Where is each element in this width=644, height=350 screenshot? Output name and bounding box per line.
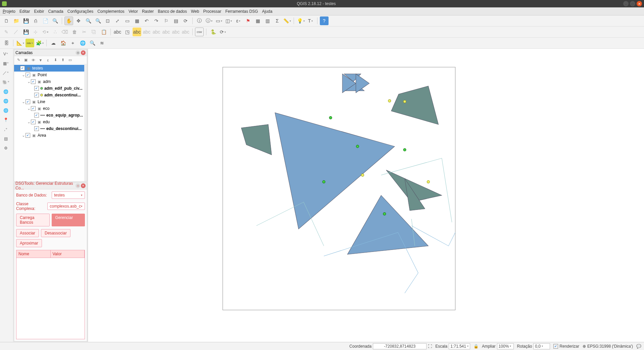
zoom-last-button[interactable]: ↶ xyxy=(142,16,151,25)
tree-group-area[interactable]: ⌄▣ Area xyxy=(14,132,84,139)
osm-download-button[interactable]: ☁ xyxy=(49,39,58,47)
dsg-approx-button[interactable]: Aproximar xyxy=(16,239,42,247)
zoom-world-button[interactable]: 🔍 xyxy=(88,39,97,47)
csw-button[interactable]: csw xyxy=(195,28,204,36)
window-minimize-button[interactable]: ⌄ xyxy=(623,1,629,6)
status-messages-icon[interactable]: 💬 xyxy=(636,344,641,349)
label-pin-button[interactable]: abc xyxy=(142,28,151,36)
dsg-mil-dropdown[interactable]: mlv xyxy=(26,39,34,47)
edit-toggle-button[interactable]: ✎ xyxy=(2,28,11,36)
dsg-load-button[interactable]: Carrega Bancos xyxy=(16,214,50,226)
delete-button[interactable]: 🗑 xyxy=(70,28,79,36)
tree-layer-adm-desc[interactable]: adm_descontinui... xyxy=(14,92,84,98)
menu-projeto[interactable]: PProjetorojeto xyxy=(3,9,15,14)
save-edits-button[interactable]: 💾 xyxy=(21,28,30,36)
identify-button[interactable]: ⓘ xyxy=(195,16,204,25)
tree-group-adm[interactable]: ⌄▣ adm xyxy=(14,78,84,85)
layers-panel-close-button[interactable]: ✕ xyxy=(81,50,86,55)
cut-button[interactable]: ✂ xyxy=(80,28,89,36)
dsg-col-nome[interactable]: Nome xyxy=(16,250,51,258)
status-rotation-input[interactable]: 0,0 xyxy=(533,343,550,349)
red-flag-button[interactable]: ⚑ xyxy=(244,16,252,25)
show-bookmarks-button[interactable]: ▤ xyxy=(171,16,180,25)
menu-ferramentasdsg[interactable]: Ferramentas DSG xyxy=(226,9,258,14)
layer-expand-button[interactable]: ⬇ xyxy=(52,57,58,63)
dsg-panel-close-button[interactable]: ✕ xyxy=(81,183,86,188)
layers-tree[interactable]: ⌄▣ testes ⌄▣ Point ⌄▣ adm adm_edif_pub_c… xyxy=(14,64,84,181)
dsg-tools-dropdown[interactable]: 🧩 xyxy=(35,39,44,47)
stats-button[interactable]: Σ xyxy=(273,16,282,25)
menu-banco[interactable]: Banco de dados xyxy=(158,9,187,14)
label-rotate-button[interactable]: abc xyxy=(171,28,180,36)
zoom-in-button[interactable]: 🔍 xyxy=(84,16,93,25)
menu-editar[interactable]: Editar xyxy=(19,9,30,14)
zoom-out-button[interactable]: 🔍 xyxy=(94,16,102,25)
field-calc-button[interactable]: ▥ xyxy=(263,16,272,25)
menu-complementos[interactable]: Complementos xyxy=(97,9,125,14)
menu-exibir[interactable]: Exibir xyxy=(34,9,44,14)
menu-camada[interactable]: Camada xyxy=(48,9,63,14)
window-close-button[interactable]: ✕ xyxy=(637,1,642,6)
refresh-button[interactable]: ⟳ xyxy=(181,16,190,25)
tree-scrollbar[interactable] xyxy=(84,64,87,181)
paste-button[interactable]: 📋 xyxy=(99,28,108,36)
layer-filter-button[interactable]: ▼ xyxy=(38,57,44,63)
status-crs-icon[interactable]: ⊕ xyxy=(583,344,586,349)
add-raster-button[interactable]: ▦⁺ xyxy=(1,59,11,68)
node-tool-button[interactable]: ∴ xyxy=(51,28,59,36)
new-print-button[interactable]: 📄 xyxy=(41,16,50,25)
status-coord-input[interactable]: -720832,8714823 xyxy=(373,343,427,349)
label-show-button[interactable]: abc xyxy=(152,28,161,36)
add-feature-button[interactable]: ⊹ xyxy=(31,28,40,36)
add-gps-button[interactable]: 📍 xyxy=(1,116,11,124)
open-project-button[interactable]: 📁 xyxy=(12,16,20,25)
attr-table-button[interactable]: ▦ xyxy=(253,16,262,25)
plugin-reload-dropdown[interactable]: ⟳ xyxy=(218,28,227,36)
layer-expr-dropdown[interactable]: ε xyxy=(45,57,51,63)
dsg-layer-dropdown[interactable]: 📐 xyxy=(16,39,24,47)
new-project-button[interactable]: 🗋 xyxy=(2,16,11,25)
dsg-manage-button[interactable]: Gerenciar xyxy=(52,214,85,226)
identify-dropdown[interactable]: ⓘ xyxy=(205,16,213,25)
add-virtual-button[interactable]: ▤ xyxy=(1,135,11,143)
new-bookmark-button[interactable]: ⚐ xyxy=(162,16,170,25)
save-project-button[interactable]: 💾 xyxy=(21,16,30,25)
tree-layer-eco-equip[interactable]: eco_equip_agrop... xyxy=(14,112,84,119)
python-console-button[interactable]: 🐍 xyxy=(209,28,217,36)
copy-button[interactable]: ⿻ xyxy=(90,28,98,36)
target-button[interactable]: ⌖ xyxy=(68,39,77,47)
dsg-disassociate-button[interactable]: Desassociar xyxy=(41,229,70,237)
label-move-button[interactable]: abc xyxy=(162,28,170,36)
add-db-button[interactable]: 🐘⁺ xyxy=(1,78,11,86)
home-button[interactable]: 🏠 xyxy=(59,39,67,47)
layer-style-button[interactable]: ✎ xyxy=(15,57,21,63)
menu-ajuda[interactable]: Ajuda xyxy=(262,9,273,14)
label-cube-button[interactable]: ◳ xyxy=(123,28,132,36)
dsg-db-select[interactable]: testes xyxy=(52,191,85,199)
status-scale-input[interactable]: 1:71.541 xyxy=(449,343,470,349)
edit-pen-button[interactable]: ／ xyxy=(12,28,20,36)
tree-group-eco[interactable]: ⌄▣ eco xyxy=(14,105,84,112)
menu-raster[interactable]: Raster xyxy=(142,9,154,14)
add-csv-button[interactable]: ,⁺ xyxy=(1,125,11,133)
measure-dropdown[interactable]: 📏 xyxy=(283,16,291,25)
zoom-layer-button[interactable]: ▦ xyxy=(133,16,141,25)
tips-dropdown[interactable]: 💡 xyxy=(296,16,305,25)
zoom-native-button[interactable]: ⊡ xyxy=(103,16,112,25)
select-expression-dropdown[interactable]: ε xyxy=(234,16,243,25)
window-maximize-button[interactable]: ◇ xyxy=(630,1,635,6)
annotation-dropdown[interactable]: T xyxy=(306,16,315,25)
menu-configuracoes[interactable]: Configurações xyxy=(67,9,93,14)
dsg-db-button[interactable]: 🗄 xyxy=(2,39,11,47)
status-extent-icon[interactable]: ⛶ xyxy=(428,344,432,349)
deselect-dropdown[interactable]: ◫ xyxy=(224,16,233,25)
zoom-selection-button[interactable]: ▭ xyxy=(123,16,132,25)
layer-remove-button[interactable]: ▭ xyxy=(67,57,73,63)
add-vector-button[interactable]: V⁺ xyxy=(1,50,11,58)
label-abc-button[interactable]: abc xyxy=(113,28,122,36)
zoom-full-button[interactable]: ⤢ xyxy=(113,16,122,25)
tree-group-edu[interactable]: ⌄▣ edu xyxy=(14,119,84,125)
select-dropdown[interactable]: ▭ xyxy=(214,16,223,25)
saveas-project-button[interactable]: ⎙ xyxy=(31,16,40,25)
menu-processar[interactable]: Processar xyxy=(203,9,221,14)
